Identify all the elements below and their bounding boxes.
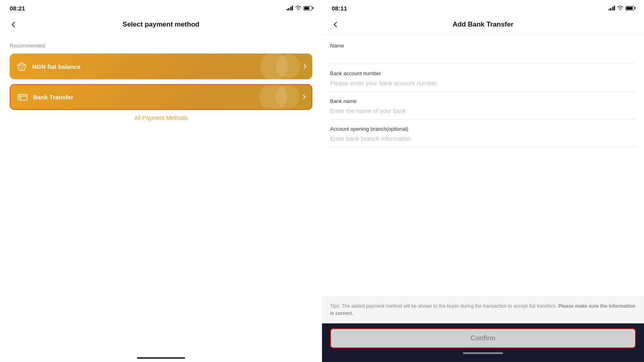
right-nav-title: Add Bank Transfer	[343, 21, 623, 29]
right-nav-header: Add Bank Transfer	[322, 14, 644, 35]
left-status-bar: 08:21	[0, 0, 322, 14]
account-branch-label: Account opening branch(optional)	[330, 126, 636, 132]
ngn-card-left: NGN fiat balance	[16, 61, 80, 72]
bank-account-number-input[interactable]	[330, 78, 636, 90]
right-back-chevron-icon	[334, 21, 339, 27]
diamond-icon	[16, 61, 27, 72]
confirm-button[interactable]: Confirm	[330, 328, 636, 348]
name-field: Name	[330, 38, 636, 64]
left-panel: 08:21 Select payment	[0, 0, 322, 362]
bank-transfer-card[interactable]: Bank Transfer	[10, 84, 312, 110]
right-home-indicator	[463, 352, 503, 354]
wifi-icon	[295, 5, 301, 11]
account-branch-input[interactable]	[330, 134, 636, 145]
account-branch-field: Account opening branch(optional)	[330, 121, 636, 147]
bank-card-left: Bank Transfer	[17, 91, 73, 103]
bank-card-chevron-icon	[301, 95, 305, 99]
form-section: Name Bank account number Bank name Accou…	[322, 35, 644, 296]
section-label: Recommended	[10, 43, 312, 49]
tips-prefix: Tips: The added payment method will be s…	[330, 303, 558, 309]
bank-name-label: Bank name	[330, 98, 636, 104]
left-back-chevron-icon	[12, 22, 17, 27]
tips-text: Tips: The added payment method will be s…	[330, 302, 636, 317]
bank-card-watermark2	[275, 85, 299, 109]
left-content: Recommended NGN fiat balance	[0, 35, 322, 129]
right-back-button[interactable]	[330, 18, 343, 31]
signal-icon	[287, 6, 293, 10]
right-time: 08:11	[332, 5, 347, 12]
bank-name-field: Bank name	[330, 93, 636, 119]
right-status-bar: 08:11	[322, 0, 644, 14]
name-label: Name	[330, 43, 636, 49]
name-input[interactable]	[330, 50, 636, 62]
left-back-button[interactable]	[8, 18, 21, 31]
tips-section: Tips: The added payment method will be s…	[322, 296, 644, 323]
right-form-content: Name Bank account number Bank name Accou…	[322, 35, 644, 323]
svg-marker-0	[18, 62, 26, 70]
bank-card-icon	[17, 91, 28, 103]
all-payment-link[interactable]: All Payment Methods	[10, 115, 312, 121]
bank-name-input[interactable]	[330, 106, 636, 117]
ngn-card-label: NGN fiat balance	[32, 63, 80, 70]
ngn-card-chevron-icon	[302, 64, 306, 68]
ngn-fiat-card[interactable]: NGN fiat balance	[10, 53, 312, 79]
left-nav-title: Select payment method	[21, 21, 301, 29]
right-wifi-icon	[617, 5, 623, 11]
card-watermark2	[276, 54, 300, 78]
battery-icon	[303, 6, 312, 10]
bank-account-number-field: Bank account number	[330, 66, 636, 92]
svg-rect-3	[18, 95, 27, 100]
bank-account-number-label: Bank account number	[330, 70, 636, 76]
svg-rect-5	[19, 97, 21, 99]
left-time: 08:21	[10, 5, 25, 12]
right-signal-icon	[609, 6, 615, 10]
right-panel: 08:11 Add Bank Transf	[322, 0, 644, 362]
bank-card-label: Bank Transfer	[33, 94, 73, 101]
left-home-indicator	[137, 357, 185, 359]
bottom-action-bar: Confirm	[322, 323, 644, 362]
right-battery-icon	[625, 6, 634, 10]
left-status-icons	[287, 5, 313, 11]
right-status-icons	[609, 5, 635, 11]
left-nav-header: Select payment method	[0, 14, 322, 35]
